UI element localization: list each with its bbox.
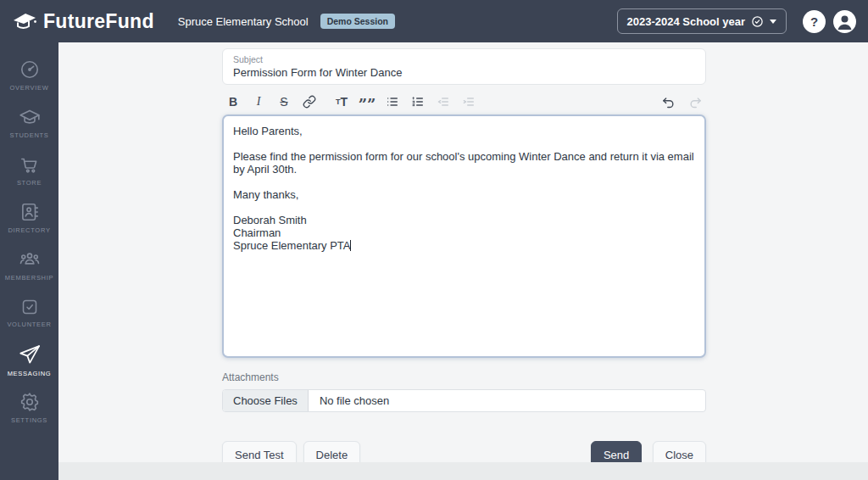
bullet-list-button[interactable] xyxy=(381,92,403,112)
link-icon xyxy=(303,95,316,109)
italic-button[interactable]: I xyxy=(248,92,270,112)
sidebar-item-label: SETTINGS xyxy=(11,416,47,424)
help-button[interactable]: ? xyxy=(803,10,826,33)
undo-button[interactable] xyxy=(657,92,679,112)
sidebar-item-membership[interactable]: MEMBERSHIP xyxy=(0,241,58,288)
footer-strip xyxy=(58,462,868,480)
attachments-label: Attachments xyxy=(222,371,706,383)
file-status-text: No file chosen xyxy=(309,390,389,411)
sidebar-item-label: STORE xyxy=(17,179,42,187)
sidebar-item-label: MESSAGING xyxy=(8,370,52,377)
graduation-cap-logo-icon xyxy=(12,10,37,32)
school-year-dropdown[interactable]: 2023-2024 School year xyxy=(617,8,787,34)
outdent-button[interactable] xyxy=(432,92,454,112)
sidebar-item-label: STUDENTS xyxy=(9,131,48,139)
question-mark-icon: ? xyxy=(810,14,818,29)
strikethrough-button[interactable]: S xyxy=(273,92,295,112)
sidebar-item-messaging[interactable]: MESSAGING xyxy=(0,336,58,383)
contact-card-icon xyxy=(19,201,41,223)
gauge-icon xyxy=(19,59,41,81)
subject-value[interactable]: Permission Form for Winter Dance xyxy=(233,66,695,79)
check-circle-icon xyxy=(751,15,764,28)
sidebar-item-label: VOLUNTEER xyxy=(7,321,51,328)
sidebar-item-directory[interactable]: DIRECTORY xyxy=(0,193,58,241)
graduation-cap-icon xyxy=(19,106,41,128)
profile-button[interactable] xyxy=(833,10,856,33)
people-group-icon xyxy=(18,248,42,271)
quote-icon: ” xyxy=(359,101,367,109)
indent-button[interactable] xyxy=(458,92,480,112)
message-body-editor[interactable]: Hello Parents, Please find the permissio… xyxy=(222,114,706,358)
sidebar-item-overview[interactable]: OVERVIEW xyxy=(0,51,58,98)
demo-session-badge: Demo Session xyxy=(320,14,395,29)
shopping-cart-icon xyxy=(19,153,41,176)
bold-button[interactable]: B xyxy=(222,92,244,112)
text-cursor xyxy=(350,240,351,251)
sidebar-item-store[interactable]: STORE xyxy=(0,146,58,193)
checkbox-icon xyxy=(19,297,40,317)
brand-name: FutureFund xyxy=(43,10,154,33)
gear-icon xyxy=(19,391,41,413)
paper-plane-icon xyxy=(18,343,42,366)
font-size-button[interactable]: TT xyxy=(331,92,353,112)
ordered-list-button[interactable] xyxy=(407,92,429,112)
sidebar-item-settings[interactable]: SETTINGS xyxy=(0,383,58,431)
chevron-down-icon xyxy=(770,20,776,24)
bullet-list-icon xyxy=(386,95,399,109)
sidebar-item-label: MEMBERSHIP xyxy=(5,274,53,282)
user-avatar-icon xyxy=(833,10,856,33)
choose-files-button[interactable]: Choose Files xyxy=(223,390,309,411)
redo-button[interactable] xyxy=(684,92,706,112)
file-input[interactable]: Choose Files No file chosen xyxy=(222,389,706,412)
school-name: Spruce Elementary School xyxy=(178,15,309,28)
app-header: FutureFund Spruce Elementary School Demo… xyxy=(0,0,868,42)
sidebar-item-label: OVERVIEW xyxy=(10,84,49,92)
sidebar-nav: OVERVIEW STUDENTS STORE DIRECTORY MEMBER… xyxy=(0,42,58,480)
link-button[interactable] xyxy=(298,92,320,112)
school-year-label: 2023-2024 School year xyxy=(627,15,745,28)
outdent-icon xyxy=(437,95,450,109)
indent-icon xyxy=(462,95,476,109)
sidebar-item-label: DIRECTORY xyxy=(8,226,50,234)
sidebar-item-volunteer[interactable]: VOLUNTEER xyxy=(0,288,58,336)
redo-icon xyxy=(688,95,703,109)
editor-toolbar: B I S TT ”” xyxy=(222,91,706,113)
brand-logo[interactable]: FutureFund xyxy=(12,10,154,33)
message-body-text: Hello Parents, Please find the permissio… xyxy=(233,125,697,252)
subject-field[interactable]: Subject Permission Form for Winter Dance xyxy=(222,48,706,85)
ordered-list-icon xyxy=(411,95,425,109)
sidebar-item-students[interactable]: STUDENTS xyxy=(0,98,58,146)
quote-button[interactable]: ”” xyxy=(356,92,378,112)
subject-label: Subject xyxy=(233,54,695,64)
undo-icon xyxy=(661,95,676,109)
quote-icon: ” xyxy=(367,101,376,109)
main-content: Subject Permission Form for Winter Dance… xyxy=(58,42,868,480)
